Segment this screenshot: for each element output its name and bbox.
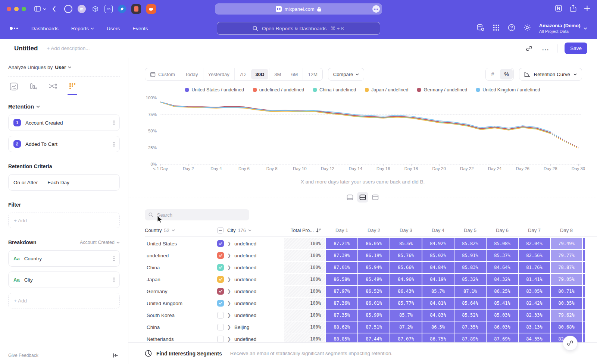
add-description[interactable]: + Add description... — [47, 46, 90, 51]
expand-row-icon[interactable]: ❯ — [227, 277, 231, 282]
criteria-mode[interactable]: On or After — [13, 180, 38, 185]
breakdown-country[interactable]: Aa Country — [8, 250, 120, 267]
share-link-fab[interactable] — [563, 336, 578, 351]
nav-link-reports[interactable]: Reports — [71, 26, 94, 31]
expand-row-icon[interactable]: ❯ — [227, 253, 231, 258]
range-12m[interactable]: 12M — [303, 68, 322, 80]
global-search[interactable]: Open Reports & Dashboards ⌘ + K — [217, 22, 380, 35]
cube-extension-icon[interactable] — [91, 5, 99, 13]
expand-row-icon[interactable]: ❯ — [227, 265, 231, 270]
day-column-header[interactable]: Day 7 — [519, 228, 550, 233]
country-column-header[interactable]: Country 52 — [145, 228, 216, 233]
absolute-numbers-toggle[interactable]: # — [486, 68, 499, 80]
tab-flows[interactable] — [49, 82, 57, 91]
help-icon[interactable] — [508, 24, 515, 33]
project-switcher[interactable]: Amazonia {Demo} All Project Data — [539, 23, 587, 34]
row-checkbox[interactable] — [217, 336, 224, 342]
save-button[interactable]: Save — [565, 43, 587, 54]
minimize-window-button[interactable] — [14, 7, 19, 11]
nav-link-dashboards[interactable]: Dashboards — [31, 26, 59, 31]
new-tab-icon[interactable] — [584, 5, 590, 13]
day-column-header[interactable]: Day 6 — [487, 228, 518, 233]
range-7d[interactable]: 7D — [234, 68, 251, 80]
add-filter-button[interactable]: + Add — [8, 213, 120, 228]
day-column-header[interactable]: Day 3 — [390, 228, 422, 233]
breakdown-menu-button[interactable] — [113, 277, 115, 282]
js-extension-icon[interactable]: JS — [104, 5, 113, 13]
row-checkbox[interactable] — [217, 264, 224, 271]
settings-gear-icon[interactable] — [523, 24, 531, 33]
day-column-header[interactable]: Day 8 — [551, 228, 582, 233]
bird-extension-icon[interactable] — [118, 5, 126, 13]
tab-retention[interactable] — [69, 82, 76, 91]
legend-item[interactable]: undefined / undefined — [253, 87, 304, 92]
tab-funnels[interactable] — [29, 82, 37, 91]
range-today[interactable]: Today — [180, 68, 203, 80]
row-checkbox[interactable] — [217, 324, 224, 330]
row-checkbox[interactable] — [217, 252, 224, 259]
breakdown-city[interactable]: Aa City — [8, 272, 120, 288]
give-feedback-link[interactable]: Give Feedback — [8, 353, 38, 358]
address-bar[interactable]: mixpanel.com ••• — [215, 3, 382, 15]
retention-criteria-card[interactable]: On or After Each Day — [8, 174, 120, 191]
day-column-header[interactable]: Day 5 — [454, 228, 486, 233]
expand-row-icon[interactable]: ❯ — [227, 336, 231, 342]
range-yesterday[interactable]: Yesterday — [203, 68, 234, 80]
range-custom[interactable]: Custom — [145, 68, 180, 80]
legend-item[interactable]: China / undefined — [313, 87, 356, 92]
expand-row-icon[interactable]: ❯ — [227, 313, 231, 318]
expand-row-icon[interactable]: ❯ — [227, 324, 231, 330]
range-6m[interactable]: 6M — [286, 68, 303, 80]
day-column-header[interactable]: Day 2 — [358, 228, 390, 233]
analyze-entity-select[interactable]: User — [55, 65, 66, 70]
range-3m[interactable]: 3M — [269, 68, 286, 80]
row-checkbox[interactable] — [217, 300, 224, 307]
expand-row-icon[interactable]: ❯ — [227, 289, 231, 294]
retention-section-header[interactable]: Retention — [8, 103, 120, 110]
compare-button[interactable]: Compare — [328, 68, 364, 81]
layout-chart-only-button[interactable] — [344, 192, 356, 203]
row-checkbox[interactable] — [217, 288, 224, 295]
retention-step-2[interactable]: 2 Added To Cart — [8, 136, 120, 152]
active-tab-icon[interactable] — [131, 4, 141, 14]
mixpanel-logo[interactable] — [10, 27, 18, 30]
nav-link-events[interactable]: Events — [132, 26, 148, 31]
legend-item[interactable]: United States / undefined — [185, 87, 244, 92]
breakdown-event-select[interactable]: Account Created — [80, 240, 120, 245]
expand-row-icon[interactable]: ❯ — [227, 301, 231, 306]
city-column-header[interactable]: City 176 — [217, 227, 284, 233]
breakdown-menu-button[interactable] — [113, 256, 115, 261]
sidebar-toggle-icon[interactable] — [34, 6, 46, 12]
day-column-header[interactable]: Day 4 — [422, 228, 454, 233]
report-title[interactable]: Untitled — [14, 45, 38, 52]
select-all-checkbox[interactable] — [217, 227, 224, 233]
total-column-header[interactable]: Total Pro... — [284, 228, 325, 233]
row-checkbox[interactable] — [217, 276, 224, 283]
add-breakdown-button[interactable]: + Add — [8, 293, 120, 308]
expand-row-icon[interactable]: ❯ — [227, 241, 231, 246]
percentage-toggle[interactable]: % — [500, 69, 513, 79]
back-button[interactable] — [52, 6, 56, 12]
close-window-button[interactable] — [7, 7, 11, 11]
chart-type-select[interactable]: Retention Curve — [519, 68, 582, 81]
day-column-header[interactable]: Day 1 — [326, 228, 357, 233]
range-30d[interactable]: 30D — [251, 69, 268, 79]
step-menu-button[interactable] — [113, 120, 115, 125]
zoom-window-button[interactable] — [22, 7, 26, 11]
legend-item[interactable]: United Kingdom / undefined — [476, 87, 540, 92]
password-manager-icon[interactable] — [64, 5, 72, 13]
layout-table-only-button[interactable] — [370, 192, 381, 203]
share-icon[interactable] — [570, 4, 576, 13]
row-checkbox[interactable] — [217, 240, 224, 247]
copy-link-button[interactable] — [524, 44, 534, 53]
legend-item[interactable]: Germany / undefined — [417, 87, 467, 92]
layout-split-button[interactable] — [357, 192, 368, 203]
tab-insights[interactable] — [10, 82, 18, 91]
criteria-interval[interactable]: Each Day — [47, 180, 69, 185]
more-actions-button[interactable]: ... — [541, 44, 551, 53]
table-search-input[interactable] — [156, 212, 246, 218]
apps-grid-icon[interactable] — [493, 24, 500, 32]
retention-step-1[interactable]: 1 Account Created — [8, 114, 120, 131]
cloud-tab-icon[interactable] — [146, 4, 156, 14]
page-more-button[interactable]: ••• — [372, 5, 380, 13]
